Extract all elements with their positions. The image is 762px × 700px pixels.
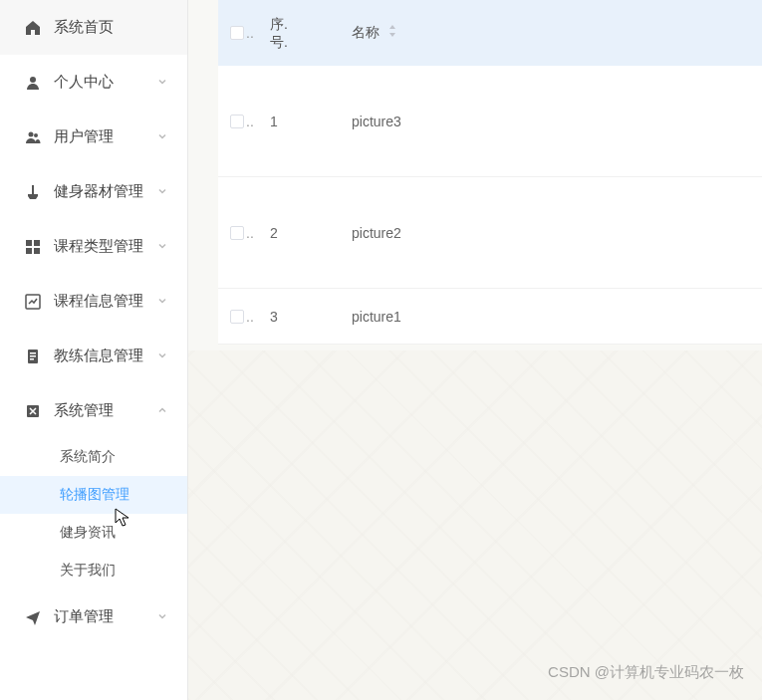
plane-icon [24,608,42,626]
sidebar-item-label: 课程信息管理 [54,292,157,311]
sidebar-item-label: 课程类型管理 [54,237,157,256]
row-name: picture2 [318,225,762,241]
main-content: .. 序. 号. 名称 .. 1 picture3 [188,0,762,700]
svg-rect-3 [32,185,34,194]
background-texture [188,350,762,701]
submenu-system: 系统简介 轮播图管理 健身资讯 关于我们 [0,438,187,589]
submenu-item-carousel[interactable]: 轮播图管理 [0,476,187,514]
table-row: .. 3 picture1 [218,289,762,345]
row-name: picture3 [318,114,762,129]
sidebar-item-label: 用户管理 [54,127,157,146]
sidebar-item-label: 健身器材管理 [54,182,157,201]
svg-rect-11 [30,355,36,357]
sidebar: 系统首页 个人中心 用户管理 健身器材管理 [0,0,188,700]
svg-rect-12 [30,358,34,360]
users-icon [24,128,42,146]
equipment-icon [24,183,42,201]
row-checkbox[interactable] [230,310,244,324]
svg-point-1 [29,131,34,136]
sidebar-item-label: 系统管理 [54,401,157,420]
svg-rect-5 [34,240,40,246]
row-checkbox[interactable] [230,226,244,240]
row-seq: 2 [270,225,318,241]
checkbox-all[interactable] [230,26,244,40]
sidebar-item-system[interactable]: 系统管理 [0,383,187,438]
chevron-down-icon [157,186,169,198]
sidebar-item-label: 订单管理 [54,607,157,626]
submenu-item-intro[interactable]: 系统简介 [0,438,187,476]
sidebar-item-course-info[interactable]: 课程信息管理 [0,274,187,329]
chevron-down-icon [157,611,169,623]
sidebar-item-users[interactable]: 用户管理 [0,110,187,164]
table-row: .. 1 picture3 [218,66,762,177]
table-header: .. 序. 号. 名称 [218,0,762,66]
sidebar-item-equipment[interactable]: 健身器材管理 [0,164,187,219]
svg-point-2 [34,133,38,137]
svg-rect-7 [34,248,40,254]
sidebar-item-home[interactable]: 系统首页 [0,0,187,55]
svg-point-0 [30,77,36,83]
table-row: .. 2 picture2 [218,177,762,289]
sidebar-item-coach[interactable]: 教练信息管理 [0,329,187,383]
row-checkbox[interactable] [230,115,244,128]
sort-icon[interactable] [387,25,397,37]
system-icon [24,402,42,420]
svg-rect-10 [30,352,36,354]
col-header-name[interactable]: 名称 [318,24,762,42]
chevron-down-icon [157,77,169,89]
sidebar-item-label: 教练信息管理 [54,347,157,365]
chevron-down-icon [157,241,169,253]
sidebar-item-label: 系统首页 [54,18,169,37]
person-icon [24,74,42,92]
svg-rect-6 [26,248,32,254]
row-seq: 3 [270,309,318,325]
grid-icon [24,238,42,256]
sidebar-item-label: 个人中心 [54,73,157,92]
doc-icon [24,348,42,365]
svg-rect-4 [26,240,32,246]
chevron-up-icon [157,405,169,417]
submenu-item-news[interactable]: 健身资讯 [0,514,187,552]
home-icon [24,19,42,37]
chevron-down-icon [157,296,169,308]
submenu-item-about[interactable]: 关于我们 [0,552,187,589]
sidebar-item-course-type[interactable]: 课程类型管理 [0,219,187,274]
sidebar-item-orders[interactable]: 订单管理 [0,589,187,644]
sidebar-item-profile[interactable]: 个人中心 [0,55,187,110]
row-seq: 1 [270,114,318,129]
row-name: picture1 [318,309,762,325]
chart-icon [24,293,42,311]
col-header-seq[interactable]: 序. 号. [270,15,318,51]
chevron-down-icon [157,350,169,362]
chevron-down-icon [157,131,169,143]
